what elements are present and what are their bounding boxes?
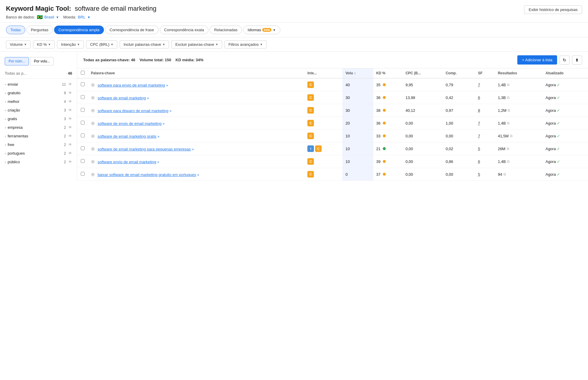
copy-icon[interactable]: ⧉ (508, 108, 510, 112)
keyword-link[interactable]: software de envio de email marketing (98, 121, 162, 126)
eye-icon[interactable]: 👁 (68, 91, 72, 95)
currency-link[interactable]: BRL (78, 15, 85, 19)
intent-badge-c: C (307, 171, 314, 178)
sidebar-item-free[interactable]: ›free 2👁 (0, 140, 77, 149)
keyword-link[interactable]: software envio de email marketing (98, 160, 156, 164)
row-checkbox[interactable] (81, 146, 85, 150)
sf-cell[interactable]: 6 (475, 91, 495, 104)
eye-icon[interactable]: 👁 (68, 117, 72, 121)
filter-cpc[interactable]: CPC (BRL) ▼ (86, 40, 117, 48)
add-keyword-icon[interactable]: ⊕ (91, 108, 95, 113)
keyword-link[interactable]: software para disparo de email marketing (98, 109, 168, 113)
copy-icon[interactable]: ⧉ (507, 95, 510, 100)
chevron-icon: › (5, 117, 6, 121)
filter-intencao[interactable]: Intenção ▼ (57, 40, 84, 48)
sidebar-item-gratuito[interactable]: ›gratuito 9👁 (0, 89, 77, 97)
sidebar-item-publico[interactable]: ›público 2👁 (0, 158, 77, 166)
copy-icon[interactable]: ⧉ (507, 83, 510, 87)
currency-dropdown-icon[interactable]: ▼ (87, 15, 91, 19)
sidebar-item-enviar[interactable]: ›enviar 11👁 (0, 80, 77, 89)
add-keyword-icon[interactable]: ⊕ (91, 121, 95, 126)
tab-idiomas[interactable]: Idiomas beta ▼ (243, 26, 280, 34)
sf-value[interactable]: 7 (478, 134, 480, 138)
eye-icon[interactable]: 👁 (68, 125, 72, 130)
sf-cell[interactable]: 6 (475, 155, 495, 168)
sf-cell[interactable]: 7 (475, 117, 495, 130)
sf-value[interactable]: 5 (478, 147, 480, 151)
eye-icon[interactable]: 👁 (68, 151, 72, 156)
updated-value: Agora (546, 108, 556, 113)
eye-icon[interactable]: 👁 (68, 134, 72, 138)
row-checkbox[interactable] (81, 159, 85, 163)
copy-icon[interactable]: ⧉ (507, 159, 510, 164)
tab-correspondencia-ampla[interactable]: Correspondência ampla (54, 26, 104, 34)
add-keyword-icon[interactable]: ⊕ (91, 134, 95, 139)
sidebar-item-gratis[interactable]: ›gratis 3👁 (0, 114, 77, 123)
sf-cell[interactable]: 5 (475, 168, 495, 181)
add-keyword-icon[interactable]: ⊕ (91, 82, 95, 87)
row-checkbox[interactable] (81, 134, 85, 137)
keyword-link[interactable]: software de email marketing para pequena… (98, 147, 191, 151)
results-value: 1,2M (498, 108, 506, 113)
eye-icon[interactable]: 👁 (68, 108, 72, 112)
copy-icon[interactable]: ⧉ (510, 134, 513, 138)
sidebar-item-melhor[interactable]: ›melhor 4👁 (0, 97, 77, 106)
sort-by-volume-button[interactable]: Por volu... (30, 57, 54, 65)
filter-kd[interactable]: KD % ▼ (33, 40, 55, 48)
add-keyword-icon[interactable]: ⊕ (91, 172, 95, 177)
sf-cell[interactable]: 7 (475, 130, 495, 142)
add-to-list-button[interactable]: + Adicionar à lista (517, 55, 557, 65)
filter-avancados[interactable]: Filtros avançados ▼ (225, 40, 267, 48)
sidebar-item-portugues[interactable]: ›portugues 2👁 (0, 149, 77, 158)
export-button[interactable]: ⬆ (572, 56, 582, 65)
sf-cell[interactable]: 7 (475, 78, 495, 91)
add-keyword-icon[interactable]: ⊕ (91, 159, 95, 164)
eye-icon[interactable]: 👁 (68, 82, 72, 87)
eye-icon[interactable]: 👁 (68, 160, 72, 164)
eye-icon[interactable]: 👁 (68, 142, 72, 147)
keyword-link[interactable]: software para envio de email marketing (98, 83, 165, 87)
tab-todas[interactable]: Todas (6, 26, 25, 34)
keyword-link[interactable]: software de email marketing (98, 96, 146, 100)
sf-value[interactable]: 7 (478, 121, 480, 125)
keyword-link[interactable]: baixar software de email marketing gratu… (98, 172, 196, 177)
filter-incluir[interactable]: Incluir palavras-chave ▼ (120, 40, 169, 48)
tab-correspondencia-exata[interactable]: Correspondência exata (160, 26, 208, 34)
row-checkbox[interactable] (81, 95, 85, 99)
database-link[interactable]: Brasil (45, 15, 54, 19)
filter-excluir[interactable]: Excluir palavras-chave ▼ (171, 40, 222, 48)
sf-value[interactable]: 7 (478, 83, 480, 87)
cpc-cell: 0,00 (402, 155, 442, 168)
sf-value[interactable]: 6 (478, 95, 480, 100)
col-volume[interactable]: Volu ↕ (342, 68, 373, 78)
dropdown-icon[interactable]: ▼ (56, 15, 59, 19)
copy-icon[interactable]: ⧉ (507, 147, 509, 151)
tab-relacionadas[interactable]: Relacionadas (210, 26, 242, 34)
eye-icon[interactable]: 👁 (68, 99, 72, 104)
sf-cell[interactable]: 5 (475, 142, 495, 155)
sort-by-number-button[interactable]: Por núm... (5, 57, 29, 65)
add-keyword-icon[interactable]: ⊕ (91, 146, 95, 151)
add-keyword-icon[interactable]: ⊕ (91, 95, 95, 100)
history-button[interactable]: Exibir histórico de pesquisas (524, 5, 582, 14)
sidebar-item-ferramentas[interactable]: ›ferramentas 2👁 (0, 132, 77, 140)
sidebar-item-empresa[interactable]: ›empresa 2👁 (0, 123, 77, 132)
row-checkbox[interactable] (81, 172, 85, 176)
keyword-link[interactable]: software de email marketing gratis (98, 134, 157, 139)
refresh-button[interactable]: ↻ (559, 56, 570, 65)
row-checkbox[interactable] (81, 121, 85, 125)
copy-icon[interactable]: ⧉ (503, 172, 506, 176)
sf-value[interactable]: 6 (478, 159, 480, 164)
sf-value[interactable]: 8 (478, 108, 480, 113)
filter-volume[interactable]: Volume ▼ (6, 40, 31, 48)
row-checkbox[interactable] (81, 82, 85, 86)
sf-value[interactable]: 5 (478, 172, 480, 177)
copy-icon[interactable]: ⧉ (507, 121, 510, 125)
tab-correspondencia-frase[interactable]: Correspondência de frase (105, 26, 159, 34)
sidebar-item-criacao[interactable]: ›criação 3👁 (0, 106, 77, 114)
tab-perguntas[interactable]: Perguntas (26, 26, 53, 34)
sf-cell[interactable]: 8 (475, 104, 495, 117)
select-all-checkbox[interactable] (81, 71, 85, 75)
intent-badge-c: C (307, 120, 314, 126)
row-checkbox[interactable] (81, 108, 85, 112)
